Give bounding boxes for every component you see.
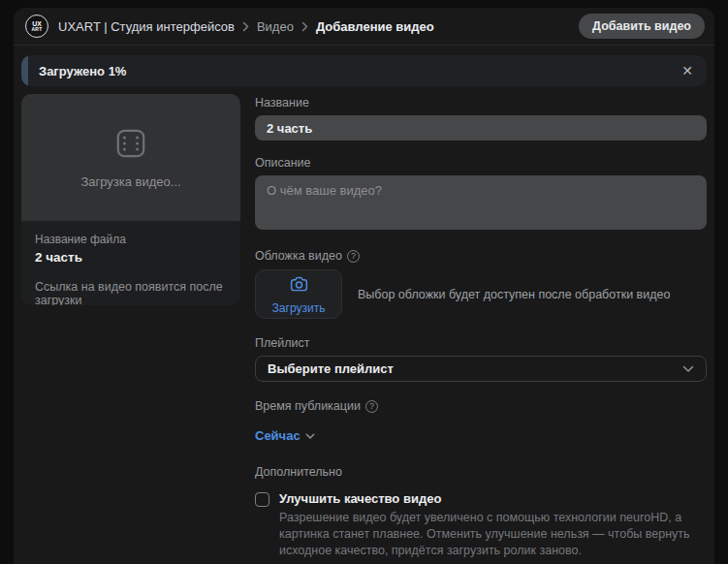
breadcrumb-community[interactable]: UXART | Студия интерфейсов [58,19,235,34]
video-file-info: Название файла 2 часть Ссылка на видео п… [21,221,240,305]
field-description: Описание [255,156,707,234]
breadcrumb-videos[interactable]: Видео [257,19,294,34]
cover-upload-button[interactable]: Загрузить [255,269,342,319]
video-form: Название Описание Обложка видео ? [255,94,707,564]
enhance-quality-title[interactable]: Улучшить качество видео [279,491,707,506]
content: Загрузка видео... Название файла 2 часть… [14,94,714,564]
film-frame-icon [113,126,148,165]
video-link-hint: Ссылка на видео появится после загрузки [35,280,227,305]
field-cover: Обложка видео ? Загрузить Выбор обложк [255,249,707,319]
chevron-right-icon [301,21,308,32]
file-name-label: Название файла [35,233,227,246]
breadcrumb: UXART | Студия интерфейсов Видео Добавле… [58,19,434,34]
file-name-value: 2 часть [35,250,227,265]
progress-fill [21,55,28,86]
cover-label: Обложка видео [255,249,342,263]
cover-upload-label: Загрузить [272,301,326,315]
field-title: Название [255,96,707,141]
extra-section-label: Дополнительно [255,465,707,479]
option-enhance-quality: Улучшить качество видео Разрешение видео… [255,491,707,559]
title-label: Название [255,96,707,110]
description-textarea[interactable] [255,175,707,230]
help-icon[interactable]: ? [365,400,378,413]
publish-time-dropdown[interactable]: Сейчас [255,426,315,444]
progress-label: Загружено 1% [39,64,126,78]
chevron-right-icon [242,21,249,32]
publish-time-value: Сейчас [255,428,301,443]
field-playlist: Плейлист Выберите плейлист [255,336,707,382]
chevron-down-icon [682,365,694,373]
field-publish-time: Время публикации ? Сейчас [255,399,707,444]
add-video-button[interactable]: Добавить видео [579,14,705,39]
enhance-quality-description: Разрешение видео будет увеличено с помощ… [279,510,707,559]
playlist-select[interactable]: Выберите плейлист [255,356,707,382]
uploading-video-card: Загрузка видео... Название файла 2 часть… [21,94,240,305]
close-icon[interactable]: ✕ [681,64,693,78]
chevron-down-icon [305,426,315,444]
help-icon[interactable]: ? [347,250,360,263]
community-avatar[interactable]: UX ART [25,15,48,38]
camera-icon [289,274,309,298]
header: UX ART UXART | Студия интерфейсов Видео … [14,8,714,46]
upload-status-text: Загрузка видео... [80,174,180,189]
breadcrumb-current: Добавление видео [316,19,434,34]
publish-time-label: Время публикации [255,399,361,413]
video-preview-placeholder: Загрузка видео... [21,94,240,221]
description-label: Описание [255,156,707,170]
playlist-label: Плейлист [255,336,707,350]
enhance-quality-checkbox[interactable] [255,492,269,507]
upload-progress-banner: Загружено 1% ✕ [21,55,707,86]
playlist-selected-value: Выберите плейлист [268,361,394,376]
logo-text-bottom: ART [31,27,42,32]
title-input[interactable] [255,115,707,141]
cover-hint-text: Выбор обложки будет доступен после обраб… [358,288,670,301]
video-upload-modal: UX ART UXART | Студия интерфейсов Видео … [14,8,714,564]
